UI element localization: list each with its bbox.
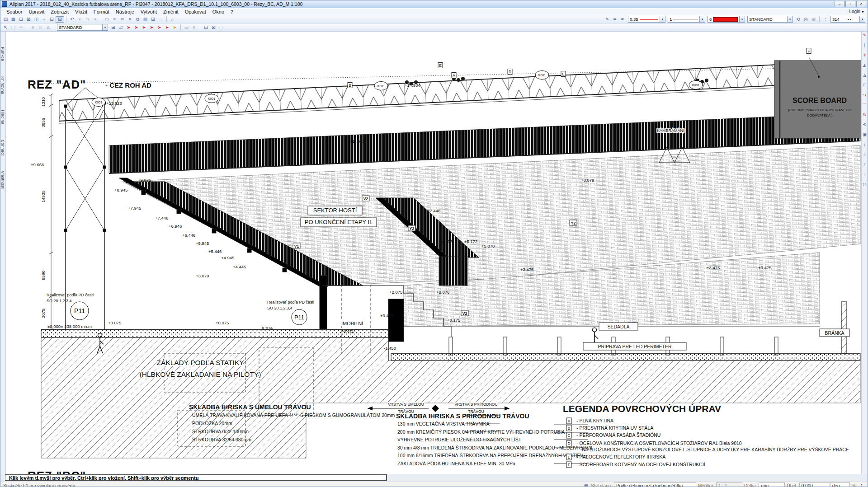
rotate-tool-icon[interactable]: ⌒ bbox=[863, 103, 867, 107]
export-icon[interactable]: ⊞ bbox=[149, 16, 157, 23]
chevron-down-icon[interactable]: ▾ bbox=[739, 16, 745, 22]
scale-value[interactable]: 1 : 1 bbox=[716, 482, 742, 487]
pen-color-icon[interactable]: ✎ bbox=[604, 16, 611, 23]
angle-value[interactable]: 0.000 bbox=[799, 482, 830, 487]
chevron-down-icon[interactable]: ▾ bbox=[660, 16, 665, 22]
layer-cycle-icon[interactable]: ⟲ bbox=[794, 16, 802, 23]
layer-combo[interactable]: STANDARD ▾ bbox=[747, 16, 793, 23]
properties-icon[interactable]: ▤ bbox=[183, 24, 190, 31]
undo-more-icon[interactable]: ▾ bbox=[76, 16, 84, 23]
save-icon[interactable]: ◫ bbox=[33, 16, 40, 23]
solid-icon[interactable]: ▣ bbox=[810, 16, 817, 23]
chevron-down-icon[interactable]: ▾ bbox=[859, 16, 865, 22]
assign-icon[interactable]: ⊞ bbox=[109, 24, 117, 31]
filter-icon[interactable]: ≋ bbox=[118, 16, 126, 23]
turn-tool-icon[interactable]: ⟲ bbox=[863, 123, 867, 127]
move-tool-icon[interactable]: ↪ bbox=[863, 93, 867, 97]
symbol-tool-icon[interactable]: ✳ bbox=[863, 53, 867, 57]
clipboard-icon[interactable]: ⧉ bbox=[134, 16, 142, 23]
chevron-down-icon[interactable]: ▾ bbox=[102, 24, 108, 30]
modify-tool-icon[interactable]: ✎ bbox=[863, 33, 867, 37]
list-icon[interactable]: ≡ bbox=[190, 24, 198, 31]
circle-tool-icon[interactable]: ◌ bbox=[157, 16, 165, 23]
copy-view-icon[interactable]: ⊡ bbox=[202, 24, 210, 31]
segment-combo[interactable]: 314 · • • · ▾ bbox=[830, 16, 865, 23]
palette-tab[interactable]: Knihovna bbox=[0, 76, 5, 94]
match-props-icon[interactable]: ⇄ bbox=[117, 24, 125, 31]
copy-file-icon[interactable]: ⊠ bbox=[25, 16, 33, 23]
line-tool-icon[interactable]: ▭ bbox=[103, 16, 111, 23]
minimize-button[interactable]: – bbox=[835, 1, 844, 7]
menu-item[interactable]: Zobrazit bbox=[47, 9, 72, 14]
snap-angle-icon[interactable]: ∆ bbox=[44, 24, 52, 31]
length-unit-value[interactable]: mm bbox=[759, 482, 785, 487]
divide-tool-icon[interactable]: ≠ bbox=[863, 163, 866, 167]
pen-pick-icon[interactable]: ✒ bbox=[619, 16, 627, 23]
titlebar[interactable]: Allplan 2017 - 2018_012_40_Kosicka futba… bbox=[0, 0, 868, 8]
line-color-combo[interactable]: 6 ▾ bbox=[708, 16, 745, 23]
blank-icon[interactable]: ▢ bbox=[217, 24, 225, 31]
window-layout-icon[interactable]: ⊞ bbox=[56, 16, 64, 23]
pin-icon[interactable]: + bbox=[40, 16, 48, 23]
roof-tool-icon[interactable]: ➤ bbox=[163, 24, 171, 31]
arc-move-icon[interactable]: ↻ bbox=[863, 113, 867, 117]
menu-item[interactable]: Změnit bbox=[160, 9, 182, 14]
snap-grid-icon[interactable]: ⌗ bbox=[29, 24, 37, 31]
menu-item[interactable]: Vytvořit bbox=[137, 9, 160, 14]
align-tool-icon[interactable]: ≡ bbox=[863, 153, 866, 157]
stair-tool-icon[interactable]: ➤ bbox=[156, 24, 163, 31]
palette-tab[interactable]: Connect bbox=[0, 140, 5, 155]
menu-item[interactable]: ? bbox=[227, 9, 236, 14]
palette-tab[interactable]: Funkce bbox=[0, 47, 5, 61]
project-view-icon[interactable]: ▦ bbox=[9, 16, 17, 23]
menu-item[interactable]: Soubor bbox=[3, 9, 25, 14]
plan-style-value[interactable]: Podle definice vztažného měřítka bbox=[614, 482, 696, 487]
marker-tool-icon[interactable]: ➤ bbox=[171, 24, 179, 31]
chevron-down-icon[interactable]: ▾ bbox=[699, 16, 705, 22]
delete-icon[interactable]: × bbox=[126, 16, 134, 23]
spline-tool-icon[interactable]: ≈ bbox=[111, 16, 118, 23]
draft-style-combo[interactable]: STANDARD ▾ bbox=[57, 24, 108, 31]
menu-item[interactable]: Okno bbox=[209, 9, 227, 14]
pen-edit-icon[interactable]: ✏ bbox=[611, 16, 619, 23]
column-tool-icon[interactable]: ➤ bbox=[140, 24, 148, 31]
pen-width-combo[interactable]: 0.35 ▾ bbox=[628, 16, 665, 23]
cube-icon[interactable]: ▣ bbox=[863, 133, 867, 137]
bulb-icon[interactable]: ◎ bbox=[802, 16, 810, 23]
paste-view-icon[interactable]: ⊠ bbox=[210, 24, 217, 31]
select-arrow-icon[interactable]: ↖ bbox=[2, 24, 9, 31]
brush-icon[interactable]: ✑ bbox=[17, 24, 25, 31]
menu-item[interactable]: Nástroje bbox=[113, 9, 137, 14]
wall-tool-icon[interactable]: ➤ bbox=[125, 24, 132, 31]
menu-item[interactable]: Formát bbox=[90, 9, 113, 14]
detail-tool-icon[interactable]: ◎ bbox=[863, 183, 867, 187]
mirror-icon[interactable]: ◭ bbox=[863, 63, 866, 67]
measure-tool-icon[interactable]: ⌗ bbox=[863, 173, 866, 177]
hatch-tool-icon[interactable]: ∥ bbox=[863, 43, 866, 47]
maximize-button[interactable]: ▫ bbox=[845, 1, 855, 7]
segment-pattern-icon[interactable]: ⁝ bbox=[821, 16, 829, 23]
menu-item[interactable]: Upravit bbox=[25, 9, 47, 14]
print-icon[interactable]: ⊟ bbox=[48, 16, 56, 23]
login-button[interactable]: Login ▾ bbox=[849, 9, 868, 14]
slab-tool-icon[interactable]: ➤ bbox=[148, 24, 156, 31]
copy-tool-icon[interactable]: ⊡ bbox=[863, 83, 867, 87]
menu-item[interactable]: Vložit bbox=[72, 9, 90, 14]
undo-icon[interactable]: ↶ bbox=[68, 16, 76, 23]
palette-tab[interactable]: Vlastnosti bbox=[0, 171, 5, 189]
library-icon[interactable]: ▧ bbox=[142, 16, 149, 23]
mirror-copy-icon[interactable]: ◮ bbox=[863, 73, 866, 77]
select-box-icon[interactable]: ▢ bbox=[9, 24, 17, 31]
stretch-tool-icon[interactable]: ↕ bbox=[863, 143, 866, 147]
chevron-down-icon[interactable]: ▾ bbox=[787, 16, 793, 22]
drawing-canvas[interactable]: REZ "AD" - CEZ ROH AD REZ "BC" - CEZ ROH… bbox=[6, 32, 861, 474]
redo-icon[interactable]: ↷ bbox=[84, 16, 91, 23]
palette-tab[interactable]: Hladina bbox=[0, 110, 5, 124]
snap-point-icon[interactable]: ⌗ bbox=[37, 24, 44, 31]
line-type-combo[interactable]: 1 ▾ bbox=[668, 16, 705, 23]
redo-more-icon[interactable]: ▾ bbox=[91, 16, 99, 23]
menu-item[interactable]: Opakovat bbox=[182, 9, 209, 14]
open-project-icon[interactable]: ▤ bbox=[2, 16, 9, 23]
new-file-icon[interactable]: ⊡ bbox=[17, 16, 25, 23]
angle-unit-value[interactable]: deg bbox=[830, 482, 850, 487]
